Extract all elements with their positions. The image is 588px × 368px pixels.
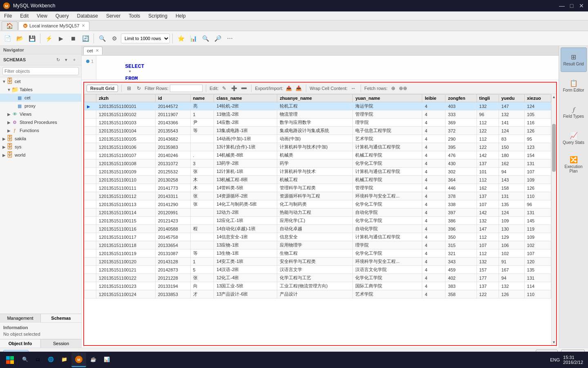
limit-select[interactable]: Limit to 1000 rows (121, 34, 170, 43)
schemas-refresh-btn[interactable]: ↻ (54, 56, 62, 63)
scroll-up[interactable]: ▲ (552, 94, 556, 100)
menu-server[interactable]: Server (102, 11, 125, 20)
table-row[interactable]: 1201351511001052014368214动画(中加)-1班动画(中加)… (85, 135, 551, 143)
save-btn[interactable]: 💾 (26, 33, 38, 44)
tree-item-views[interactable]: ▶ 👁 Views (0, 110, 81, 118)
close-button[interactable]: ✕ (578, 2, 585, 9)
table-row[interactable]: 12013515110012420133853才13产品设计-6班产品设计艺术学… (85, 290, 551, 298)
table-row[interactable]: 12013515110010720140246.14机械类-8班机械类机械工程学… (85, 151, 551, 159)
field-types-btn[interactable]: 𝑓 Field Types (561, 100, 587, 124)
table-row[interactable]: 12013515110012020143128114安工类-1班安全科学与工程类… (85, 258, 551, 266)
refresh-rows-icon[interactable]: ↻ (135, 84, 143, 92)
more-btn[interactable]: ⋯ (224, 33, 236, 44)
menu-view[interactable]: View (33, 11, 51, 20)
settings-btn[interactable]: ⚙ (109, 33, 120, 44)
table-row[interactable]: 12013515110010420135543等13集成电路-1班集成电路设计与… (85, 127, 551, 135)
sql-tab[interactable]: cet ✕ (83, 47, 102, 55)
menu-edit[interactable]: Edit (16, 11, 33, 20)
tree-item-world[interactable]: ▶ 🗄 world (0, 151, 81, 159)
inspect-btn[interactable]: 🔎 (212, 33, 223, 44)
data-table-wrapper[interactable]: zkzh id name class_name zhuanye_name yua… (84, 94, 551, 345)
table-row[interactable]: 12013515110011220143311张14资源循环-2班资源循环科学与… (85, 192, 551, 200)
table-row[interactable]: 1201351511001142012099112动力-2班热能与动力工程自动化… (85, 209, 551, 217)
scroll-down[interactable]: ▼ (552, 339, 556, 345)
col-class-name[interactable]: class_name (214, 94, 277, 102)
table-row[interactable]: 12013515110011920131087等13生物-1班生物工程化学化工学… (85, 249, 551, 258)
table-row[interactable]: 1201351511001182013365413应物-1班应用物理学理学院43… (85, 241, 551, 249)
schemas-add-btn[interactable]: + (71, 56, 78, 63)
home-tab[interactable]: 🏠 (2, 21, 18, 30)
session-tab[interactable]: Session (41, 339, 81, 348)
table-row[interactable]: 1201351511001062013598313计算机(合作)-1班计算机科学… (85, 143, 551, 151)
tree-item-proxy-table[interactable]: ▦ proxy (0, 102, 81, 110)
taskbar-java[interactable]: ☕ (87, 352, 100, 367)
tree-item-tables[interactable]: ▼ 📁 Tables (0, 85, 81, 94)
wrap-icon[interactable]: ↔ (349, 84, 357, 92)
minimize-button[interactable]: — (559, 2, 565, 9)
scroll-thumb[interactable] (552, 124, 556, 172)
tree-item-stored-procedures[interactable]: ▶ ⚙ Stored Procedures (0, 118, 81, 126)
schemas-filter-btn[interactable]: ▾ (62, 56, 70, 63)
col-name[interactable]: name (190, 94, 214, 102)
stop-btn[interactable]: ⏹ (67, 33, 79, 44)
col-yuedu[interactable]: yuedu (499, 94, 524, 102)
sql-content[interactable]: SELECT * FROM cet.cet (96, 56, 559, 80)
menu-database[interactable]: Database (73, 11, 102, 20)
search-btn[interactable]: 🔍 (96, 33, 108, 44)
taskbar-task-view[interactable]: 🗂 (32, 352, 44, 367)
fetch-icon2[interactable]: ⊕⊕ (399, 84, 407, 92)
zoom-in-btn[interactable]: 🔍 (200, 33, 211, 44)
col-xiezuo[interactable]: xiezuo (524, 94, 551, 102)
table-row[interactable]: 12013515110010220111907111物流-2班物流管理管理学院4… (85, 110, 551, 119)
table-row[interactable]: 12013515110011120141773木14管科类-5班管理科学与工程类… (85, 184, 551, 192)
table-row[interactable]: 12013515110012220121228张12化工-4班化学工程与工艺化学… (85, 274, 551, 282)
export-icon1[interactable]: 📤 (285, 84, 293, 92)
open-btn[interactable]: 📂 (14, 33, 25, 44)
start-button[interactable] (2, 352, 18, 367)
table-row[interactable]: 12013515110010920125532张12计算机-1班计算机科学与技术… (85, 168, 551, 176)
maximize-button[interactable]: □ (568, 2, 575, 9)
table-row[interactable]: 1201351511001172014575814信息安全-1班信息安全计算机与… (85, 233, 551, 241)
tree-item-cet[interactable]: ▼ 🗄 cet (0, 77, 81, 85)
edit-icon1[interactable]: ✎ (220, 84, 228, 92)
instance-tab-close[interactable]: ✕ (82, 23, 85, 28)
menu-query[interactable]: Query (51, 11, 73, 20)
taskbar-explorer[interactable]: 📁 (58, 352, 71, 367)
menu-file[interactable]: File (0, 11, 16, 20)
result-grid-sidebar-btn[interactable]: ⊞ Result Grid (561, 47, 587, 72)
management-tab[interactable]: Management (0, 314, 41, 322)
fetch-icon1[interactable]: ⊕ (389, 84, 397, 92)
edit-icon3[interactable]: ➖ (240, 84, 248, 92)
col-tingli[interactable]: tingli (477, 94, 499, 102)
col-yuan-name[interactable]: yuan_name (353, 94, 422, 102)
taskbar-search[interactable]: 🔍 (19, 352, 31, 367)
taskbar-excel[interactable]: 📊 (100, 352, 113, 367)
filter-input[interactable] (2, 67, 79, 75)
instance-tab[interactable]: M Local instance MySQL57 ✕ (18, 21, 89, 30)
table-row[interactable]: 12013515110012120142873514汉语-2班汉语言文学汉语言文… (85, 266, 551, 274)
col-zkzh[interactable]: zkzh (96, 94, 156, 102)
exec-current-btn[interactable]: ▶ (55, 33, 67, 44)
col-zongfen[interactable]: zongfen (445, 94, 477, 102)
result-grid-tab-btn[interactable]: Result Grid (87, 85, 118, 92)
sql-tab-close[interactable]: ✕ (96, 48, 99, 53)
col-id[interactable]: id (155, 94, 190, 102)
object-info-tab[interactable]: Object Info (0, 339, 41, 348)
taskbar-mysql[interactable]: M (71, 352, 86, 367)
form-editor-btn[interactable]: 📋 Form Editor (561, 74, 587, 98)
tree-item-functions[interactable]: ▶ ƒ Functions (0, 126, 81, 135)
schemas-tab[interactable]: Schemas (41, 314, 81, 322)
table-row[interactable]: 12013515110010820131072313药学-2班药学化学化工学院4… (85, 159, 551, 168)
table-row[interactable]: 1201351511001152012142312应化工-1班应用化学(工)化学… (85, 217, 551, 225)
menu-scripting[interactable]: Scripting (144, 11, 172, 20)
menu-tools[interactable]: Tools (125, 11, 144, 20)
menu-help[interactable]: Help (172, 11, 190, 20)
edit-icon2[interactable]: ➕ (230, 84, 238, 92)
filter-rows-input[interactable] (170, 85, 203, 92)
refresh-btn[interactable]: 🔄 (80, 33, 91, 44)
execution-plan-btn[interactable]: 🔀 Execution Plan (561, 152, 587, 177)
tree-item-sakila[interactable]: ▶ 🗄 sakila (0, 135, 81, 143)
tree-item-cet-table[interactable]: ▦ cet (0, 94, 81, 102)
table-row[interactable]: 12013515110012320133194向13国工业-5班工业工程(物流管… (85, 282, 551, 290)
scroll-track[interactable] (552, 100, 556, 339)
